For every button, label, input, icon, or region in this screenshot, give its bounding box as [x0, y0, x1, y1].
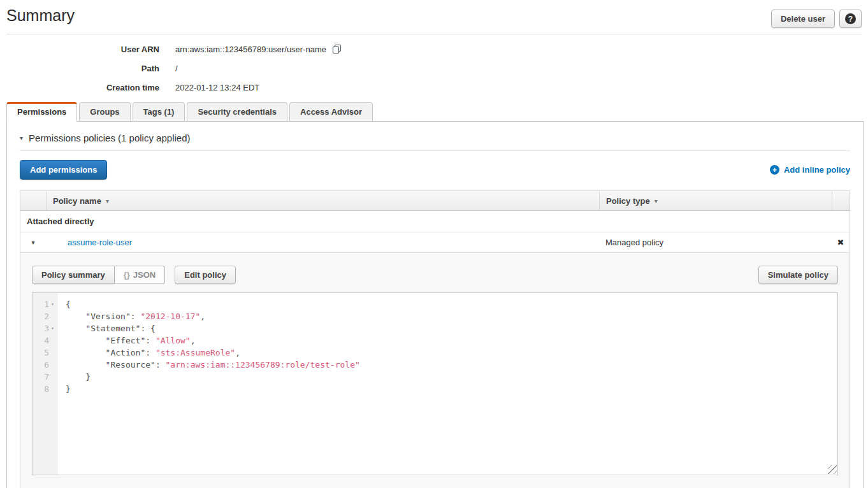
sort-caret-icon: ▾: [655, 197, 658, 205]
code-plain-token: ,: [200, 312, 205, 321]
editor-code-area[interactable]: { "Version": "2012-10-17", "Statement": …: [58, 293, 837, 475]
policy-type-header-label: Policy type: [606, 196, 650, 206]
braces-icon: {}: [124, 270, 130, 280]
policy-summary-button[interactable]: Policy summary: [32, 266, 115, 284]
page-header: Summary Delete user ?: [0, 0, 868, 28]
add-inline-policy-link[interactable]: + Add inline policy: [770, 165, 850, 175]
field-value: 2022-01-12 13:24 EDT: [175, 83, 259, 92]
fold-caret-icon[interactable]: ▾: [49, 298, 56, 310]
field-label: User ARN: [0, 45, 159, 54]
add-permissions-button[interactable]: Add permissions: [20, 160, 107, 180]
field-value-text: arn:aws:iam::123456789:user/user-name: [175, 45, 326, 54]
add-inline-policy-label: Add inline policy: [784, 165, 850, 175]
permissions-policies-section-header[interactable]: ▾ Permissions policies (1 policy applied…: [20, 133, 850, 151]
code-plain-token: "Action":: [66, 348, 156, 357]
tab-content-panel: ▾ Permissions policies (1 policy applied…: [6, 121, 864, 488]
field-value-text: 2022-01-12 13:24 EDT: [175, 83, 259, 92]
expand-column-header: [20, 191, 46, 210]
tab-groups[interactable]: Groups: [79, 102, 130, 122]
policy-detail-panel: Policy summary {} JSON Edit policy Simul…: [20, 252, 850, 488]
plus-circle-icon: +: [770, 165, 779, 175]
header-divider: [6, 34, 862, 34]
code-plain-token: ,: [191, 336, 196, 345]
simulate-policy-button[interactable]: Simulate policy: [758, 266, 838, 284]
code-string-token: "Allow": [156, 336, 191, 345]
gutter-line: 3▾: [33, 322, 58, 334]
gutter-line: 4: [33, 334, 58, 347]
gutter-line: 5: [33, 347, 58, 359]
line-number: 1: [44, 298, 49, 310]
policies-table-header: Policy name ▾ Policy type ▾: [20, 191, 850, 211]
attached-directly-group-row: Attached directly: [20, 211, 850, 233]
summary-fields: User ARNarn:aws:iam::123456789:user/user…: [0, 44, 868, 92]
json-view-label: JSON: [133, 270, 156, 280]
policy-json-editor[interactable]: 1▾23▾45678 { "Version": "2012-10-17", "S…: [32, 292, 838, 475]
code-plain-token: {: [66, 299, 71, 309]
policy-detail-toolbar: Policy summary {} JSON Edit policy Simul…: [32, 266, 838, 284]
editor-resize-handle-icon[interactable]: [828, 465, 837, 474]
editor-line-number-gutter: 1▾23▾45678: [33, 293, 58, 475]
code-plain-token: "Version":: [66, 312, 140, 321]
edit-policy-button[interactable]: Edit policy: [175, 266, 236, 284]
line-number: 6: [44, 359, 49, 371]
policy-name-header-label: Policy name: [53, 196, 101, 206]
actions-column-header: [832, 191, 850, 210]
policy-type-value: Managed policy: [599, 238, 832, 247]
gutter-line: 6: [33, 359, 58, 371]
code-line: {: [66, 298, 837, 310]
field-value-text: /: [175, 64, 178, 73]
help-button[interactable]: ?: [839, 10, 862, 28]
policy-actions-row: Add permissions + Add inline policy: [20, 160, 850, 180]
sort-caret-icon: ▾: [106, 197, 109, 205]
header-buttons: Delete user ?: [771, 10, 862, 28]
field-value: /: [175, 64, 178, 73]
delete-user-button[interactable]: Delete user: [771, 10, 835, 28]
line-number: 7: [44, 371, 49, 383]
policy-name-link[interactable]: assume-role-user: [46, 238, 599, 247]
code-line: "Resource": "arn:aws:iam::123456789:role…: [66, 359, 837, 371]
gutter-line: 2: [33, 310, 58, 322]
policies-table: Policy name ▾ Policy type ▾ Attached dir…: [20, 190, 850, 488]
tab-permissions[interactable]: Permissions: [6, 102, 77, 122]
detach-policy-x-icon[interactable]: ✖: [832, 238, 850, 247]
section-title: Permissions policies (1 policy applied): [29, 133, 190, 143]
code-line: "Statement": {: [66, 322, 837, 334]
policy-type-column-header[interactable]: Policy type ▾: [599, 191, 832, 210]
code-line: "Action": "sts:AssumeRole",: [66, 347, 837, 359]
code-string-token: "sts:AssumeRole": [156, 348, 235, 357]
policy-view-segmented-control: Policy summary {} JSON: [32, 266, 165, 284]
page-title: Summary: [6, 6, 75, 25]
fold-caret-icon[interactable]: ▾: [49, 322, 56, 334]
field-label: Creation time: [0, 83, 159, 92]
code-plain-token: }: [66, 372, 90, 382]
gutter-line: 1▾: [33, 298, 58, 310]
code-line: "Version": "2012-10-17",: [66, 310, 837, 322]
code-plain-token: }: [66, 384, 71, 394]
gutter-line: 8: [33, 383, 58, 395]
copy-icon[interactable]: [332, 44, 342, 54]
line-number: 8: [44, 383, 49, 395]
tab-strip: PermissionsGroupsTags (1)Security creden…: [6, 102, 868, 122]
line-number: 2: [44, 310, 49, 322]
code-plain-token: "Resource":: [66, 360, 166, 370]
tab-access-advisor[interactable]: Access Advisor: [289, 102, 373, 122]
help-icon: ?: [845, 13, 856, 24]
collapse-caret-icon: ▾: [20, 134, 23, 141]
json-view-button[interactable]: {} JSON: [115, 266, 166, 284]
summary-field-row: Path/: [0, 64, 868, 73]
line-number: 5: [44, 347, 49, 359]
field-label: Path: [0, 64, 159, 73]
tab-tags-1[interactable]: Tags (1): [133, 102, 185, 122]
summary-field-row: User ARNarn:aws:iam::123456789:user/user…: [0, 44, 868, 54]
tab-security-credentials[interactable]: Security credentials: [187, 102, 287, 122]
code-plain-token: "Statement": {: [66, 324, 156, 333]
row-expand-caret-icon[interactable]: ▾: [20, 239, 46, 246]
field-value: arn:aws:iam::123456789:user/user-name: [175, 44, 342, 54]
gutter-line: 7: [33, 371, 58, 383]
code-string-token: "arn:aws:iam::123456789:role/test-role": [166, 360, 360, 370]
code-plain-token: ,: [235, 348, 240, 357]
code-string-token: "2012-10-17": [140, 312, 200, 321]
code-plain-token: "Effect":: [66, 336, 156, 345]
code-line: "Effect": "Allow",: [66, 334, 837, 347]
policy-name-column-header[interactable]: Policy name ▾: [46, 191, 599, 210]
